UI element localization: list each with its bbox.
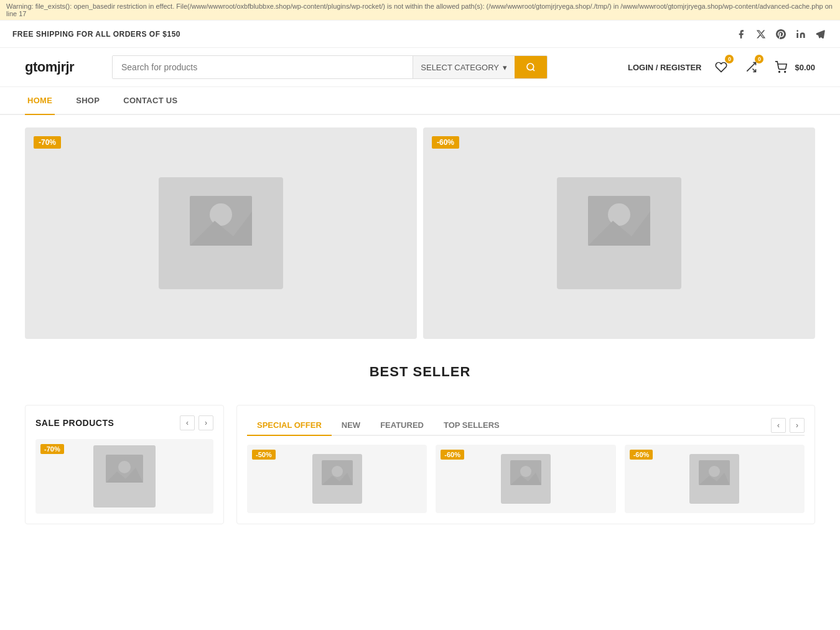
cart-icon-wrapper: [771, 57, 791, 77]
warning-bar: Warning: file_exists(): open_basedir res…: [0, 0, 840, 21]
search-bar: SELECT CATEGORY ▾: [112, 55, 548, 79]
compare-button[interactable]: 0: [741, 57, 761, 77]
offers-nav-arrows: ‹ ›: [771, 418, 805, 433]
svg-point-17: [118, 461, 131, 473]
svg-point-1: [527, 63, 534, 70]
nav-item-contact[interactable]: CONTACT US: [121, 87, 180, 115]
promo-bar: FREE SHIPPING FOR ALL ORDERS OF $150: [0, 21, 840, 48]
nav-item-shop[interactable]: SHOP: [73, 87, 102, 115]
svg-point-25: [520, 466, 531, 477]
hero-slide-2: -60%: [423, 127, 815, 339]
svg-point-21: [332, 466, 343, 477]
offers-panel: SPECIAL OFFER NEW FEATURED TOP SELLERS ‹…: [236, 405, 815, 524]
offer-badge-2: -60%: [441, 450, 464, 460]
category-select[interactable]: SELECT CATEGORY ▾: [413, 56, 515, 78]
hero-slide-1: -70%: [25, 127, 417, 339]
header: gtomjrjr SELECT CATEGORY ▾ LOGIN / REGIS…: [0, 48, 840, 87]
offer-image-2: [501, 454, 551, 504]
sale-product-item: -70%: [35, 439, 213, 514]
sale-prev-button[interactable]: ‹: [180, 415, 195, 430]
bottom-grid: SALE PRODUCTS ‹ › -70% SPECIAL OFFER NEW…: [0, 399, 840, 543]
sale-products-title: SALE PRODUCTS: [35, 418, 114, 428]
offer-image-1: [312, 454, 362, 504]
offer-image-3: [689, 454, 739, 504]
hero-image-2: [557, 171, 681, 295]
hero-discount-1: -70%: [34, 136, 61, 149]
tab-special-offer[interactable]: SPECIAL OFFER: [247, 415, 332, 436]
svg-line-2: [533, 69, 534, 71]
hero-area: -70% -60%: [0, 115, 840, 351]
sale-nav-arrows: ‹ ›: [180, 415, 213, 430]
offer-badge-3: -60%: [630, 450, 653, 460]
best-seller-title: BEST SELLER: [25, 364, 815, 380]
search-input[interactable]: [113, 56, 413, 78]
category-label: SELECT CATEGORY: [421, 63, 499, 72]
login-register-link[interactable]: LOGIN / REGISTER: [628, 63, 701, 72]
heart-icon: [715, 61, 727, 73]
cart-total: $0.00: [795, 63, 815, 72]
sale-discount-badge: -70%: [40, 444, 64, 454]
search-icon: [526, 62, 536, 72]
compare-icon: [745, 61, 757, 73]
offers-tab-header: SPECIAL OFFER NEW FEATURED TOP SELLERS ‹…: [247, 415, 805, 436]
sale-next-button[interactable]: ›: [198, 415, 213, 430]
telegram-icon[interactable]: [814, 27, 828, 41]
facebook-icon[interactable]: [734, 27, 748, 41]
pinterest-icon[interactable]: [774, 27, 788, 41]
linkedin-icon[interactable]: [794, 27, 808, 41]
offer-product-3: -60%: [625, 445, 805, 513]
svg-point-0: [796, 30, 798, 32]
sale-products-panel: SALE PRODUCTS ‹ › -70%: [25, 405, 224, 524]
sale-panel-header: SALE PRODUCTS ‹ ›: [35, 415, 213, 430]
navigation: HOME SHOP CONTACT US: [0, 87, 840, 115]
offers-tab-list: SPECIAL OFFER NEW FEATURED TOP SELLERS: [247, 415, 510, 435]
offers-next-button[interactable]: ›: [790, 418, 805, 433]
wishlist-button[interactable]: 0: [711, 57, 731, 77]
tab-top-sellers[interactable]: TOP SELLERS: [434, 415, 510, 436]
nav-item-home[interactable]: HOME: [25, 87, 55, 115]
promo-text: FREE SHIPPING FOR ALL ORDERS OF $150: [12, 30, 180, 39]
svg-point-6: [785, 72, 786, 73]
svg-point-29: [709, 466, 720, 477]
compare-badge: 0: [755, 55, 763, 63]
svg-point-5: [779, 72, 780, 73]
logo[interactable]: gtomjrjr: [25, 59, 100, 75]
hero-discount-2: -60%: [432, 136, 459, 149]
warning-text: Warning: file_exists(): open_basedir res…: [6, 2, 833, 17]
hero-image-1: [159, 171, 283, 295]
offers-prev-button[interactable]: ‹: [771, 418, 786, 433]
cart-button[interactable]: $0.00: [771, 57, 815, 77]
tab-new[interactable]: NEW: [332, 415, 370, 436]
offers-products-row: -50% -60% -60%: [247, 445, 805, 513]
social-icons-container: [734, 27, 828, 41]
chevron-down-icon: ▾: [503, 63, 507, 72]
offer-badge-1: -50%: [252, 450, 276, 460]
best-seller-section: BEST SELLER: [0, 351, 840, 399]
sale-product-image: [93, 445, 156, 507]
tab-featured[interactable]: FEATURED: [370, 415, 434, 436]
wishlist-badge: 0: [725, 55, 734, 63]
search-button[interactable]: [515, 56, 547, 78]
twitter-icon[interactable]: [754, 27, 768, 41]
offer-product-1: -50%: [247, 445, 427, 513]
offer-product-2: -60%: [436, 445, 615, 513]
cart-icon: [775, 61, 787, 73]
header-actions: LOGIN / REGISTER 0 0 $0.00: [628, 57, 815, 77]
